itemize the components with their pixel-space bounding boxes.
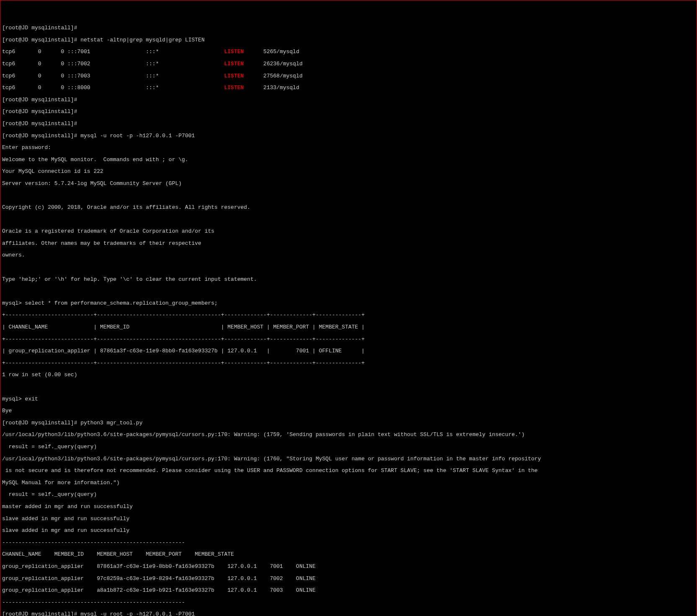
sql-exit: mysql> exit: [2, 396, 695, 402]
warning-text: MySQL Manual for more information."): [2, 480, 695, 486]
welcome-text: Welcome to the MySQL monitor. Commands e…: [2, 157, 695, 163]
divider: ----------------------------------------…: [2, 600, 695, 606]
blank-line: [2, 264, 695, 270]
py-table-row: group_replication_applier a8a1b872-c63e-…: [2, 588, 695, 593]
prompt-line: [root@JD mysqlinstall]#: [2, 109, 695, 115]
terminal-window[interactable]: { "prompt": "[root@JD mysqlinstall]#", "…: [0, 0, 697, 616]
password-prompt: Enter password:: [2, 145, 695, 151]
trademark-text: Oracle is a registered trademark of Orac…: [2, 228, 695, 234]
cmd-line: [root@JD mysqlinstall]# mysql -u root -p…: [2, 133, 695, 139]
cmd-line: [root@JD mysqlinstall]# python3 mgr_tool…: [2, 420, 695, 426]
blank-line: [2, 384, 695, 390]
success-text: slave added in mgr and run successfully: [2, 528, 695, 534]
netstat-row: tcp6 0 0 :::7001 :::* LISTEN 5265/mysqld: [2, 49, 695, 55]
netstat-row: tcp6 0 0 :::7002 :::* LISTEN 26236/mysql…: [2, 61, 695, 67]
blank-line: [2, 217, 695, 223]
blank-line: [2, 193, 695, 199]
conn-id: Your MySQL connection id is 222: [2, 169, 695, 175]
trademark-text: owners.: [2, 252, 695, 258]
table-border: +---------------------------+-----------…: [2, 312, 695, 318]
trademark-text: affiliates. Other names may be trademark…: [2, 241, 695, 246]
prompt-line: [root@JD mysqlinstall]#: [2, 25, 695, 31]
prompt-line: [root@JD mysqlinstall]#: [2, 121, 695, 127]
copyright-text: Copyright (c) 2000, 2018, Oracle and/or …: [2, 205, 695, 210]
py-table-row: group_replication_applier 97c8259a-c63e-…: [2, 576, 695, 582]
rows-count: 1 row in set (0.00 sec): [2, 372, 695, 378]
cmd-line: [root@JD mysqlinstall]# mysql -u root -p…: [2, 611, 695, 616]
bye-text: Bye: [2, 408, 695, 414]
listen-state: LISTEN: [224, 85, 244, 91]
blank-line: [2, 288, 695, 294]
table-border: +---------------------------+-----------…: [2, 360, 695, 366]
success-text: slave added in mgr and run successfully: [2, 516, 695, 522]
py-table-header: CHANNEL_NAME MEMBER_ID MEMBER_HOST MEMBE…: [2, 552, 695, 557]
help-text: Type 'help;' or '\h' for help. Type '\c'…: [2, 277, 695, 282]
py-table-row: group_replication_applier 87861a3f-c63e-…: [2, 564, 695, 570]
listen-state: LISTEN: [224, 73, 244, 79]
table-row: | group_replication_applier | 87861a3f-c…: [2, 348, 695, 354]
divider: ----------------------------------------…: [2, 540, 695, 546]
warning-text: /usr/local/python3/lib/python3.6/site-pa…: [2, 432, 695, 438]
warning-text: result = self._query(query): [2, 492, 695, 498]
warning-text: /usr/local/python3/lib/python3.6/site-pa…: [2, 456, 695, 462]
prompt-line: [root@JD mysqlinstall]#: [2, 97, 695, 103]
listen-state: LISTEN: [224, 61, 244, 67]
table-border: +---------------------------+-----------…: [2, 336, 695, 342]
sql-query: mysql> select * from performance_schema.…: [2, 300, 695, 306]
listen-state: LISTEN: [224, 49, 244, 55]
table-header: | CHANNEL_NAME | MEMBER_ID | MEMBER_HOST…: [2, 324, 695, 330]
server-version: Server version: 5.7.24-log MySQL Communi…: [2, 181, 695, 187]
netstat-row: tcp6 0 0 :::8000 :::* LISTEN 2133/mysqld: [2, 85, 695, 91]
cmd-line: [root@JD mysqlinstall]# netstat -altnp|g…: [2, 37, 695, 43]
warning-text: result = self._query(query): [2, 444, 695, 450]
warning-text: is not secure and is therefore not recom…: [2, 468, 695, 474]
netstat-row: tcp6 0 0 :::7003 :::* LISTEN 27568/mysql…: [2, 73, 695, 79]
success-text: master added in mgr and run successfully: [2, 504, 695, 510]
